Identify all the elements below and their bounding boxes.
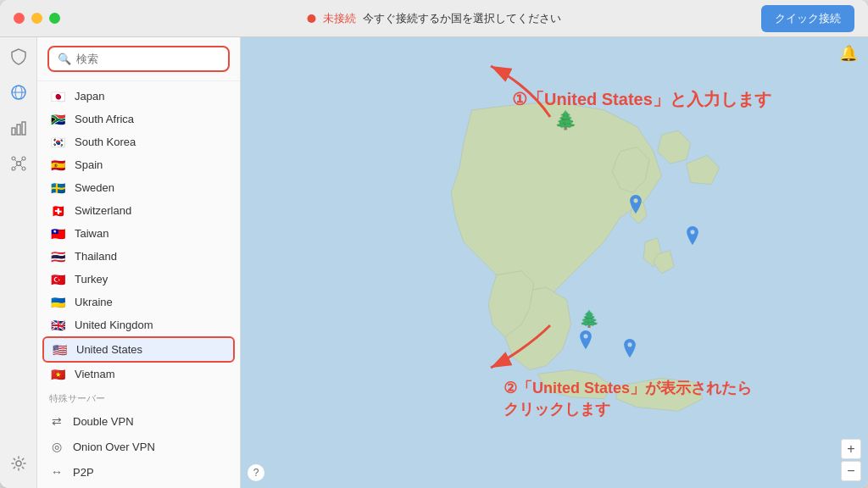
zoom-out-button[interactable]: − [841, 461, 861, 481]
map-pin-4 [621, 339, 638, 359]
main-content: 🔍 🇯🇵 Japan 🇿🇦 South Africa 🇰🇷 South Kore… [0, 37, 868, 488]
country-item-thailand[interactable]: 🇹🇭 Thailand [37, 245, 240, 268]
flag-taiwan: 🇹🇼 [49, 228, 66, 240]
settings-icon[interactable] [9, 459, 28, 478]
maximize-button[interactable] [49, 13, 60, 24]
globe-icon[interactable] [9, 83, 28, 102]
country-item-united-states[interactable]: 🇺🇸 United States [42, 336, 235, 363]
special-name-p2p: P2P [73, 466, 94, 479]
country-item-south-korea[interactable]: 🇰🇷 South Korea [37, 130, 240, 153]
country-item-ukraine[interactable]: 🇺🇦 Ukraine [37, 291, 240, 313]
flag-thailand: 🇹🇭 [49, 251, 66, 263]
country-name-spain: Spain [75, 158, 103, 171]
country-name-south-africa: South Africa [75, 113, 134, 125]
svg-line-12 [20, 159, 23, 162]
flag-ukraine: 🇺🇦 [49, 297, 66, 308]
country-item-vietnam[interactable]: 🇻🇳 Vietnam [37, 363, 240, 385]
double-vpn-icon: ⇄ [49, 413, 64, 429]
app-window: 未接続 今すぐ接続するか国を選択してください クイック接続 [0, 0, 868, 488]
flag-spain: 🇪🇸 [49, 159, 66, 171]
flag-japan: 🇯🇵 [49, 91, 66, 103]
svg-point-9 [12, 167, 15, 170]
connection-status-dot [308, 14, 316, 23]
country-name-vietnam: Vietnam [75, 368, 114, 380]
country-name-sweden: Sweden [75, 181, 114, 194]
svg-point-7 [12, 157, 15, 160]
country-name-taiwan: Taiwan [75, 227, 108, 240]
country-name-japan: Japan [75, 90, 104, 103]
flag-united-states: 🇺🇸 [51, 344, 68, 356]
country-name-thailand: Thailand [75, 250, 117, 263]
p2p-icon: ↔ [49, 464, 64, 480]
svg-line-14 [20, 165, 23, 168]
flag-south-africa: 🇿🇦 [49, 114, 66, 125]
country-item-spain[interactable]: 🇪🇸 Spain [37, 153, 240, 176]
svg-rect-5 [22, 122, 25, 135]
country-item-turkey[interactable]: 🇹🇷 Turkey [37, 268, 240, 291]
country-item-united-kingdom[interactable]: 🇬🇧 United Kingdom [37, 313, 240, 336]
country-name-united-states: United States [76, 343, 142, 356]
svg-point-10 [22, 167, 25, 170]
chart-icon[interactable] [9, 119, 28, 137]
country-name-united-kingdom: United Kingdom [75, 319, 153, 331]
svg-rect-3 [12, 128, 15, 135]
country-item-switzerland[interactable]: 🇨🇭 Switzerland [37, 199, 240, 222]
svg-rect-4 [17, 125, 20, 135]
flag-vietnam: 🇻🇳 [49, 369, 66, 380]
special-name-onion-vpn: Onion Over VPN [73, 441, 155, 453]
country-item-sweden[interactable]: 🇸🇪 Sweden [37, 176, 240, 199]
shield-icon[interactable] [9, 47, 28, 66]
special-item-double-vpn[interactable]: ⇄ Double VPN [37, 408, 240, 434]
world-map: 🌲 🌲 [241, 37, 868, 488]
sidebar-icons [0, 37, 37, 488]
search-box-container: 🔍 [37, 37, 240, 81]
country-name-switzerland: Switzerland [75, 204, 131, 217]
special-servers-label: 特殊サーバー [37, 385, 240, 408]
titlebar-center: 未接続 今すぐ接続するか国を選択してください [308, 11, 561, 26]
svg-text:🌲: 🌲 [579, 308, 600, 329]
svg-line-11 [14, 159, 17, 162]
country-list: 🇯🇵 Japan 🇿🇦 South Africa 🇰🇷 South Korea … [37, 81, 240, 488]
special-name-double-vpn: Double VPN [73, 415, 134, 428]
flag-south-korea: 🇰🇷 [49, 136, 66, 148]
special-item-p2p[interactable]: ↔ P2P [37, 459, 240, 485]
country-name-ukraine: Ukraine [75, 296, 113, 308]
map-pin-3 [577, 330, 594, 351]
titlebar: 未接続 今すぐ接続するか国を選択してください クイック接続 [0, 0, 868, 37]
traffic-lights [14, 13, 60, 24]
window-title: 今すぐ接続するか国を選択してください [363, 11, 561, 26]
country-name-south-korea: South Korea [75, 136, 136, 148]
country-item-south-africa[interactable]: 🇿🇦 South Africa [37, 108, 240, 130]
special-item-onion-vpn[interactable]: ◎ Onion Over VPN [37, 434, 240, 459]
search-input[interactable] [76, 53, 220, 65]
close-button[interactable] [14, 13, 25, 24]
map-help-button[interactable]: ? [248, 464, 264, 481]
country-item-taiwan[interactable]: 🇹🇼 Taiwan [37, 222, 240, 245]
onion-vpn-icon: ◎ [49, 439, 64, 454]
flag-turkey: 🇹🇷 [49, 274, 66, 286]
connection-status-label: 未接続 [323, 11, 356, 26]
search-box: 🔍 [47, 46, 230, 72]
svg-line-13 [14, 165, 17, 168]
svg-point-15 [16, 461, 21, 466]
minimize-button[interactable] [31, 13, 42, 24]
flag-sweden: 🇸🇪 [49, 182, 66, 194]
country-item-japan[interactable]: 🇯🇵 Japan [37, 85, 240, 108]
svg-point-8 [22, 157, 25, 160]
flag-switzerland: 🇨🇭 [49, 205, 66, 217]
search-icon: 🔍 [58, 53, 71, 65]
quick-connect-button[interactable]: クイック接続 [761, 5, 854, 32]
map-pin-2 [684, 226, 701, 247]
map-area: 🌲 🌲 [241, 37, 868, 488]
country-panel: 🔍 🇯🇵 Japan 🇿🇦 South Africa 🇰🇷 South Kore… [37, 37, 241, 488]
nodes-icon[interactable] [9, 154, 28, 173]
map-background: 🌲 🌲 [241, 37, 868, 488]
notification-icon[interactable]: 🔔 [839, 44, 858, 63]
zoom-in-button[interactable]: + [841, 439, 861, 459]
country-name-turkey: Turkey [75, 273, 108, 286]
svg-point-6 [16, 162, 20, 166]
svg-text:🌲: 🌲 [554, 109, 577, 131]
zoom-controls: + − [841, 439, 861, 481]
map-pin-1 [627, 195, 644, 215]
flag-united-kingdom: 🇬🇧 [49, 319, 66, 331]
